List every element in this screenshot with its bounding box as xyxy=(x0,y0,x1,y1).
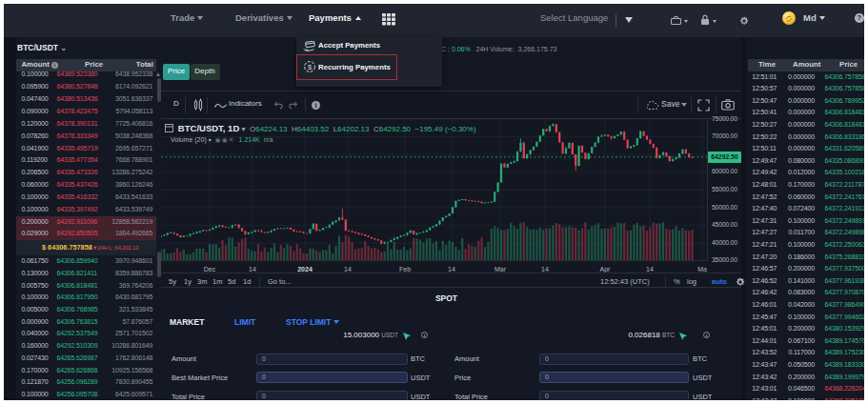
svg-text:$: $ xyxy=(308,63,313,71)
